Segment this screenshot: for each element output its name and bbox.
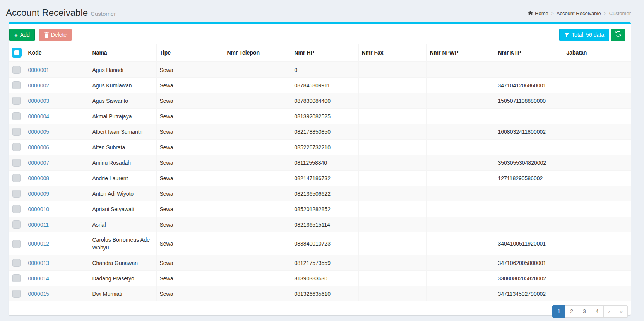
row-checkbox[interactable] xyxy=(12,66,21,74)
cell-kode: 0000009 xyxy=(25,186,89,201)
cell-nama: Aminu Rosadah xyxy=(89,155,156,171)
kode-link[interactable]: 0000015 xyxy=(28,291,50,297)
cell-tipe: Sewa xyxy=(156,201,224,217)
pagination-page-1-button[interactable]: 1 xyxy=(552,305,565,318)
cell-nama: Alfen Subrata xyxy=(89,140,156,155)
row-checkbox[interactable] xyxy=(12,112,21,120)
cell-ktp xyxy=(495,186,563,201)
cell-jabatan xyxy=(563,124,631,140)
table-header-row: Kode Nama Tipe Nmr Telepon Nmr HP Nmr Fa… xyxy=(9,44,631,62)
row-checkbox[interactable] xyxy=(12,205,21,213)
cell-jabatan xyxy=(563,217,631,232)
table-row: 0000007Aminu RosadahSewa0811255884035030… xyxy=(9,155,631,171)
kode-link[interactable]: 0000004 xyxy=(28,113,50,120)
cell-jabatan xyxy=(563,93,631,109)
row-checkbox-cell xyxy=(9,232,25,255)
cell-hp: 087845809911 xyxy=(291,78,358,93)
cell-ktp: 1505071108880000 xyxy=(495,93,563,109)
kode-link[interactable]: 0000005 xyxy=(28,129,50,135)
row-checkbox[interactable] xyxy=(12,274,21,282)
cell-jabatan xyxy=(563,171,631,186)
cell-fax xyxy=(358,155,426,171)
row-checkbox[interactable] xyxy=(12,190,21,198)
row-checkbox[interactable] xyxy=(12,128,21,136)
select-all-checkbox[interactable] xyxy=(12,48,22,58)
cell-jabatan xyxy=(563,271,631,286)
kode-link[interactable]: 0000014 xyxy=(28,275,50,282)
row-checkbox[interactable] xyxy=(12,159,21,167)
cell-kode: 0000007 xyxy=(25,155,89,171)
row-checkbox[interactable] xyxy=(12,97,21,105)
row-checkbox[interactable] xyxy=(12,81,21,89)
cell-fax xyxy=(358,186,426,201)
pagination-page-2-button[interactable]: 2 xyxy=(565,305,578,318)
filter-icon xyxy=(564,30,569,41)
kode-link[interactable]: 0000013 xyxy=(28,260,50,266)
kode-link[interactable]: 0000007 xyxy=(28,160,50,166)
row-checkbox[interactable] xyxy=(12,259,21,267)
table-row: 0000009Anton Adi WiyotoSewa082136506622 xyxy=(9,186,631,201)
cell-npwp xyxy=(426,93,495,109)
kode-link[interactable]: 0000011 xyxy=(28,222,49,228)
kode-link[interactable]: 0000006 xyxy=(28,144,50,150)
cell-tipe: Sewa xyxy=(156,155,224,171)
cell-telepon xyxy=(224,78,291,93)
row-checkbox[interactable] xyxy=(12,240,21,248)
cell-tipe: Sewa xyxy=(156,286,224,302)
pagination-page-4-button[interactable]: 4 xyxy=(591,305,604,318)
cell-hp: 08112558840 xyxy=(291,155,358,171)
breadcrumb-account-receivable-link[interactable]: Account Receivable xyxy=(557,10,601,16)
row-checkbox[interactable] xyxy=(12,174,21,182)
total-filter-button[interactable]: Total: 56 data xyxy=(559,29,609,41)
kode-link[interactable]: 0000008 xyxy=(28,175,50,181)
cell-hp: 081392082525 xyxy=(291,109,358,124)
cell-npwp xyxy=(426,271,495,286)
cell-telepon xyxy=(224,255,291,271)
cell-ktp xyxy=(495,201,563,217)
breadcrumb-home-link[interactable]: Home xyxy=(528,10,548,16)
row-checkbox-cell xyxy=(9,255,25,271)
home-icon xyxy=(528,11,533,17)
delete-button[interactable]: Delete xyxy=(39,29,72,41)
kode-link[interactable]: 0000001 xyxy=(28,67,50,73)
cell-ktp: 127118290586002 xyxy=(495,171,563,186)
cell-npwp xyxy=(426,255,495,271)
cell-fax xyxy=(358,286,426,302)
cell-jabatan xyxy=(563,186,631,201)
kode-link[interactable]: 0000003 xyxy=(28,98,50,104)
cell-nama: Agus Siswanto xyxy=(89,93,156,109)
cell-hp: 085226732210 xyxy=(291,140,358,155)
row-checkbox[interactable] xyxy=(12,220,21,229)
cell-telepon xyxy=(224,93,291,109)
kode-link[interactable]: 0000009 xyxy=(28,191,50,197)
cell-telepon xyxy=(224,186,291,201)
cell-kode: 0000015 xyxy=(25,286,89,302)
row-checkbox[interactable] xyxy=(12,290,21,298)
cell-tipe: Sewa xyxy=(156,255,224,271)
cell-npwp xyxy=(426,171,495,186)
cell-ktp: 3471062005800001 xyxy=(495,255,563,271)
table-row: 0000006Alfen SubrataSewa085226732210 xyxy=(9,140,631,155)
pagination-next-button[interactable]: › xyxy=(603,305,615,318)
refresh-button[interactable] xyxy=(611,29,625,41)
cell-ktp xyxy=(495,140,563,155)
kode-link[interactable]: 0000012 xyxy=(28,241,50,247)
cell-tipe: Sewa xyxy=(156,109,224,124)
cell-hp: 082136506622 xyxy=(291,186,358,201)
cell-hp: 087839084400 xyxy=(291,93,358,109)
cell-nama: Andrie Laurent xyxy=(89,171,156,186)
cell-jabatan xyxy=(563,140,631,155)
cell-hp: 081217573559 xyxy=(291,255,358,271)
cell-fax xyxy=(358,201,426,217)
pagination-page-3-button[interactable]: 3 xyxy=(578,305,591,318)
kode-link[interactable]: 0000010 xyxy=(28,206,50,212)
add-button[interactable]: +Add xyxy=(9,29,35,41)
row-checkbox[interactable] xyxy=(12,143,21,151)
cell-tipe: Sewa xyxy=(156,171,224,186)
row-checkbox-cell xyxy=(9,171,25,186)
refresh-icon xyxy=(615,32,621,38)
row-checkbox-cell xyxy=(9,140,25,155)
pagination-last-button[interactable]: » xyxy=(615,305,628,318)
table-row: 0000005Albert Iwan SumantriSewa082178850… xyxy=(9,124,631,140)
kode-link[interactable]: 0000002 xyxy=(28,82,50,89)
